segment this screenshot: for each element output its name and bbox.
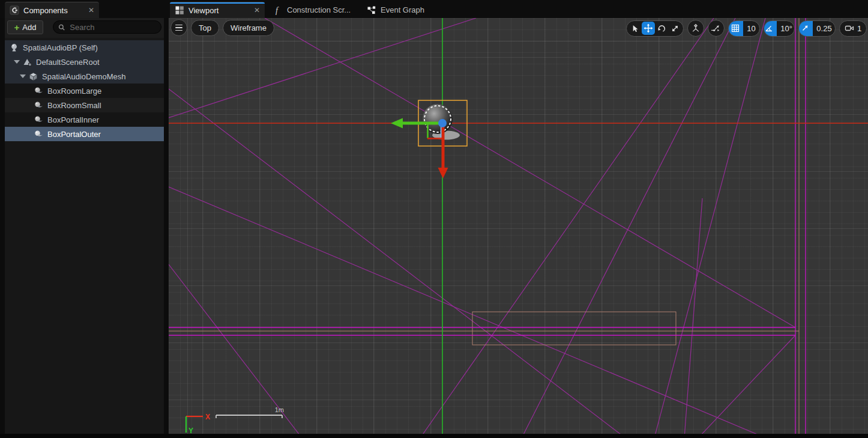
render-mode-label: Wireframe bbox=[231, 23, 267, 32]
tree-row-boxroomlarge[interactable]: BoxRoomLarge bbox=[5, 84, 164, 98]
tab-construction-label: Construction Scr... bbox=[287, 5, 351, 14]
grid-snap-icon bbox=[731, 24, 740, 32]
wireframe-line bbox=[169, 187, 766, 434]
axis-y-label: Y bbox=[188, 427, 193, 434]
components-tabstrip: Components ✕ bbox=[0, 0, 169, 18]
add-component-button[interactable]: + Add bbox=[7, 20, 43, 34]
editor-tabstrip: Viewport ✕ f Construction Scr... Event G… bbox=[169, 0, 868, 18]
wireframe-line bbox=[420, 18, 714, 434]
rotation-snap-value[interactable]: 10° bbox=[777, 24, 795, 33]
view-mode-label: Top bbox=[199, 23, 211, 32]
scale-tool-button[interactable] bbox=[669, 22, 681, 35]
tab-viewport-label: Viewport bbox=[188, 6, 219, 15]
camera-icon bbox=[845, 24, 854, 32]
viewport-icon bbox=[175, 5, 184, 15]
tree-row-label: BoxRoomSmall bbox=[47, 101, 101, 110]
viewport-canvas[interactable]: 1m X Y Top Wireframe bbox=[169, 18, 868, 434]
tree-row-label: BoxPortalOuter bbox=[47, 130, 101, 139]
world-local-toggle-button[interactable] bbox=[687, 20, 704, 37]
scene-root-icon bbox=[22, 57, 32, 67]
blueprint-editor-window: Components ✕ + Add bbox=[0, 0, 868, 438]
tree-row-boxportalinner[interactable]: BoxPortalInner bbox=[5, 112, 164, 127]
scale-bar bbox=[216, 415, 282, 418]
transform-gizmo[interactable] bbox=[391, 100, 467, 178]
rotate-tool-button[interactable] bbox=[656, 22, 668, 35]
window-bottom-edge bbox=[0, 434, 868, 438]
rotate-icon bbox=[657, 24, 666, 33]
surface-snapping-button[interactable] bbox=[708, 20, 725, 37]
tree-row-spatialaudiobp[interactable]: SpatialAudioBP (Self) bbox=[5, 40, 164, 55]
components-panel-toolbar: + Add bbox=[5, 18, 164, 38]
viewport-axis-indicator: X Y bbox=[186, 413, 210, 434]
cursor-icon bbox=[630, 24, 639, 33]
components-panel: + Add SpatialAudioBP (Self) bbox=[5, 18, 164, 434]
active-tab-stripe bbox=[170, 2, 265, 4]
component-tree: SpatialAudioBP (Self) DefaultSceneRoot S… bbox=[5, 40, 164, 141]
tab-construction-script[interactable]: f Construction Scr... bbox=[268, 2, 360, 18]
axis-x-label: X bbox=[205, 413, 210, 421]
tab-event-graph-label: Event Graph bbox=[381, 5, 424, 14]
tree-row-boxroomsmall[interactable]: BoxRoomSmall bbox=[5, 98, 164, 112]
grid-snap-toggle[interactable] bbox=[728, 20, 743, 37]
search-icon bbox=[58, 23, 65, 31]
tree-row-label: DefaultSceneRoot bbox=[36, 58, 100, 67]
camera-speed-value: 1 bbox=[857, 24, 861, 33]
scale-snap-toggle[interactable] bbox=[798, 20, 813, 37]
tree-row-label: BoxRoomLarge bbox=[47, 87, 101, 96]
camera-speed-control[interactable]: 1 bbox=[839, 20, 867, 37]
scale-snap-control[interactable]: 0.25 bbox=[798, 20, 836, 37]
tab-viewport[interactable]: Viewport ✕ bbox=[170, 2, 265, 18]
transform-tool-group bbox=[626, 20, 684, 37]
tab-event-graph[interactable]: Event Graph bbox=[362, 2, 433, 18]
expander-down-icon[interactable] bbox=[14, 60, 20, 64]
view-mode-dropdown[interactable]: Top bbox=[191, 20, 219, 36]
scale-icon bbox=[671, 24, 680, 33]
tree-row-label: SpatialAudioBP (Self) bbox=[23, 43, 98, 52]
scale-bar-label: 1m bbox=[275, 406, 284, 413]
viewport-options-button[interactable] bbox=[170, 19, 187, 36]
gizmo-center-handle[interactable] bbox=[438, 119, 447, 127]
select-tool-button[interactable] bbox=[628, 22, 641, 35]
box-brush-icon bbox=[34, 100, 44, 111]
render-mode-dropdown[interactable]: Wireframe bbox=[223, 20, 274, 36]
components-icon bbox=[10, 5, 19, 15]
move-tool-button[interactable] bbox=[642, 22, 654, 35]
grid-snap-value[interactable]: 10 bbox=[743, 24, 760, 33]
svg-text:f: f bbox=[276, 6, 279, 15]
box-brush-icon bbox=[34, 129, 44, 139]
wireframe-line bbox=[698, 335, 795, 434]
rotation-snap-toggle[interactable] bbox=[764, 20, 777, 37]
viewport-overlay: 1m X Y bbox=[169, 18, 868, 434]
rotation-snap-control[interactable]: 10° bbox=[764, 20, 795, 37]
expander-down-icon[interactable] bbox=[20, 75, 26, 78]
box-brush-icon bbox=[34, 86, 44, 96]
tree-row-label: SpatialAudioDemoMesh bbox=[42, 72, 125, 81]
wireframe-line bbox=[169, 89, 625, 434]
tab-components-label: Components bbox=[23, 6, 68, 15]
wireframe-line bbox=[522, 18, 735, 434]
wireframe-portal-rect bbox=[472, 312, 676, 345]
event-graph-icon bbox=[367, 5, 376, 15]
grid-snap-control[interactable]: 10 bbox=[728, 20, 760, 37]
tab-viewport-close-icon[interactable]: ✕ bbox=[248, 6, 260, 14]
wireframe-line bbox=[654, 18, 765, 434]
hamburger-icon bbox=[175, 25, 182, 31]
move-icon bbox=[643, 23, 653, 33]
angle-snap-icon bbox=[765, 24, 773, 32]
tab-components-close-icon[interactable]: ✕ bbox=[82, 6, 94, 14]
tab-components[interactable]: Components ✕ bbox=[5, 2, 99, 18]
box-brush-icon bbox=[34, 115, 44, 125]
tree-row-label: BoxPortalInner bbox=[47, 115, 99, 124]
add-button-label: Add bbox=[22, 23, 36, 32]
scale-snap-value[interactable]: 0.25 bbox=[813, 24, 836, 33]
scale-snap-icon bbox=[801, 24, 809, 32]
gizmo-axis-y-arrowhead[interactable] bbox=[391, 118, 403, 129]
gizmo-axis-x-arrowhead[interactable] bbox=[438, 168, 448, 178]
tree-row-boxportalouter[interactable]: BoxPortalOuter bbox=[5, 127, 164, 141]
world-gizmo-icon bbox=[691, 23, 701, 33]
viewport-scale-indicator: 1m bbox=[216, 406, 284, 418]
component-search[interactable] bbox=[53, 20, 161, 34]
tree-row-spatialaudiodemomesh[interactable]: SpatialAudioDemoMesh bbox=[5, 69, 164, 84]
tree-row-defaultsceneroot[interactable]: DefaultSceneRoot bbox=[5, 55, 164, 69]
search-input[interactable] bbox=[68, 22, 156, 32]
